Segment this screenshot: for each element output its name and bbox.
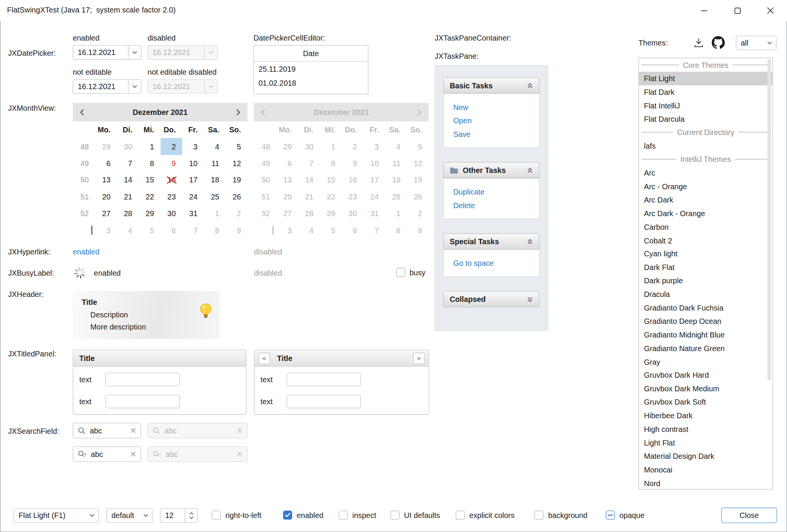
theme-item-flat-darcula[interactable]: Flat Darcula bbox=[639, 112, 773, 126]
theme-item-gradianto-nature-green[interactable]: Gradianto Nature Green bbox=[639, 341, 773, 355]
scrollbar-thumb[interactable] bbox=[767, 59, 771, 380]
close-button[interactable]: Close bbox=[721, 508, 777, 523]
checkbox-right-to-left[interactable]: right-to-left bbox=[212, 511, 261, 520]
table-column-header[interactable]: Date bbox=[254, 46, 368, 61]
calendar-day[interactable]: 23 bbox=[161, 188, 182, 205]
calendar-prev-icon[interactable] bbox=[80, 108, 84, 116]
theme-item-lafs[interactable]: lafs bbox=[639, 139, 773, 153]
hyperlink-enabled[interactable]: enabled bbox=[73, 247, 100, 256]
calendar-day[interactable]: 14 bbox=[117, 172, 139, 188]
chevron-double-down-icon[interactable] bbox=[527, 296, 533, 302]
calendar-day[interactable]: 7 bbox=[117, 155, 139, 171]
theme-item-arc-dark-orange[interactable]: Arc Dark - Orange bbox=[639, 207, 773, 220]
task-link-open[interactable]: Open bbox=[453, 114, 529, 127]
calendar-day[interactable]: 13 bbox=[95, 172, 117, 188]
calendar-day[interactable]: 27 bbox=[95, 205, 117, 222]
task-link-delete[interactable]: Delete bbox=[453, 199, 529, 212]
theme-item-dark-purple[interactable]: Dark purple bbox=[639, 274, 773, 288]
calendar-day[interactable]: 4 bbox=[117, 222, 139, 239]
text-input[interactable] bbox=[105, 373, 180, 386]
calendar-next-icon[interactable] bbox=[236, 108, 241, 116]
chevron-double-up-icon[interactable] bbox=[527, 83, 533, 89]
calendar-day[interactable]: 9 bbox=[161, 155, 182, 171]
calendar-day[interactable]: 26 bbox=[226, 188, 247, 205]
calendar-day[interactable]: 28 bbox=[117, 205, 139, 222]
theme-item-light-flat[interactable]: Light Flat bbox=[639, 436, 773, 449]
theme-item-flat-dark[interactable]: Flat Dark bbox=[639, 85, 773, 99]
calendar-day[interactable]: 8 bbox=[204, 222, 226, 239]
theme-item-gradianto-dark-fuchsia[interactable]: Gradianto Dark Fuchsia bbox=[639, 301, 773, 315]
calendar-day[interactable]: 4 bbox=[204, 138, 226, 155]
calendar-day[interactable]: 25 bbox=[204, 188, 226, 205]
calendar-day[interactable]: 6 bbox=[95, 155, 117, 171]
calendar-day[interactable]: 12 bbox=[226, 155, 247, 171]
taskpane-header-basic-tasks[interactable]: Basic Tasks bbox=[443, 77, 540, 94]
task-link-new[interactable]: New bbox=[453, 100, 529, 114]
calendar-day[interactable]: 15 bbox=[139, 172, 161, 188]
download-icon[interactable] bbox=[693, 37, 704, 48]
task-link-go-to-space[interactable]: Go to space bbox=[453, 256, 529, 270]
calendar-day[interactable]: 1 bbox=[139, 138, 161, 155]
calendar-day[interactable]: 21 bbox=[117, 188, 139, 205]
calendar-day[interactable]: 19 bbox=[226, 172, 247, 188]
calendar-day[interactable]: 6 bbox=[161, 222, 182, 239]
theme-item-gruvbox-dark-medium[interactable]: Gruvbox Dark Medium bbox=[639, 382, 773, 395]
calendar-day[interactable]: 24 bbox=[182, 188, 204, 205]
calendar-day[interactable]: 7 bbox=[182, 222, 204, 239]
calendar-day[interactable]: 17 bbox=[182, 172, 204, 188]
chevron-double-up-icon[interactable] bbox=[527, 167, 533, 173]
checkbox-explicit-colors[interactable]: explicit colors bbox=[456, 511, 515, 520]
theme-item-cobalt-2[interactable]: Cobalt 2 bbox=[639, 234, 773, 247]
themes-scrollbar[interactable] bbox=[767, 59, 772, 490]
checkbox-background[interactable]: background bbox=[535, 511, 587, 520]
theme-item-arc-dark[interactable]: Arc Dark bbox=[639, 193, 773, 207]
calendar-day[interactable]: 3 bbox=[95, 222, 117, 239]
window-maximize-button[interactable] bbox=[721, 0, 754, 21]
window-minimize-button[interactable] bbox=[688, 0, 721, 21]
theme-filter-combo[interactable]: all bbox=[736, 36, 776, 50]
theme-item-high-contrast[interactable]: High contrast bbox=[639, 422, 773, 436]
theme-item-monocai[interactable]: Monocai bbox=[639, 463, 773, 476]
calendar-day[interactable]: 29 bbox=[139, 205, 161, 222]
calendar-day[interactable]: 30 bbox=[161, 205, 182, 222]
calendar-day[interactable]: 5 bbox=[226, 138, 247, 155]
calendar-day[interactable]: 22 bbox=[139, 188, 161, 205]
chevron-double-up-icon[interactable] bbox=[527, 239, 533, 245]
titled-panel-left-button[interactable]: < bbox=[258, 352, 270, 364]
text-input[interactable] bbox=[105, 395, 180, 408]
spinner-down-icon[interactable] bbox=[189, 516, 194, 519]
calendar-day[interactable]: 1 bbox=[204, 205, 226, 222]
datepicker-not-editable[interactable]: 16.12.2021 bbox=[73, 79, 142, 94]
calendar-day[interactable]: 8 bbox=[139, 155, 161, 171]
checkbox-enabled[interactable]: enabled bbox=[283, 511, 323, 520]
style-combo[interactable]: default bbox=[106, 508, 153, 523]
theme-item-gray[interactable]: Gray bbox=[639, 355, 773, 369]
taskpane-header-other-tasks[interactable]: Other Tasks bbox=[443, 162, 540, 179]
calendar-day[interactable]: 30 bbox=[117, 138, 139, 155]
calendar-day[interactable]: 2 bbox=[226, 205, 247, 222]
theme-item-arc[interactable]: Arc bbox=[639, 166, 773, 180]
calendar-day[interactable]: 5 bbox=[139, 222, 161, 239]
theme-item-nord[interactable]: Nord bbox=[639, 476, 773, 490]
calendar-day[interactable]: 16 bbox=[161, 172, 182, 188]
table-row[interactable]: 01.02.2018 bbox=[254, 76, 368, 90]
checkbox-inspect[interactable]: inspect bbox=[339, 511, 376, 520]
font-size-spinner[interactable]: 12 bbox=[160, 508, 198, 523]
checkbox-busy[interactable]: busy bbox=[396, 268, 426, 277]
chevron-down-icon[interactable] bbox=[128, 80, 141, 93]
spinner-up-icon[interactable] bbox=[189, 512, 194, 515]
checkbox-ui-defaults[interactable]: UI defaults bbox=[390, 511, 440, 520]
clear-icon[interactable] bbox=[131, 451, 136, 457]
theme-item-cyan-light[interactable]: Cyan light bbox=[639, 247, 773, 261]
calendar-day[interactable]: 20 bbox=[95, 188, 117, 205]
search-field[interactable]: abc bbox=[73, 446, 141, 462]
calendar-day[interactable]: 9 bbox=[226, 222, 247, 239]
calendar-day[interactable]: 2 bbox=[161, 138, 182, 155]
titled-panel-right-button[interactable]: > bbox=[413, 352, 425, 364]
theme-item-dark-flat[interactable]: Dark Flat bbox=[639, 261, 773, 274]
theme-item-dracula[interactable]: Dracula bbox=[639, 287, 773, 301]
theme-item-material-design-dark[interactable]: Material Design Dark bbox=[639, 449, 773, 463]
search-field[interactable]: abc bbox=[73, 423, 141, 438]
text-input[interactable] bbox=[286, 395, 361, 408]
theme-item-gradianto-midnight-blue[interactable]: Gradianto Midnight Blue bbox=[639, 328, 773, 342]
